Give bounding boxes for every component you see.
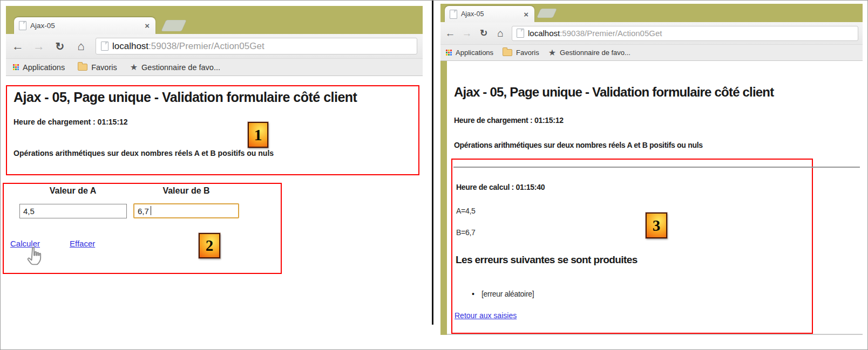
operations-text: Opérations arithmétiques sur deux nombre… xyxy=(454,141,703,149)
close-icon[interactable]: × xyxy=(144,22,151,30)
star-icon: ★ xyxy=(130,63,138,72)
page-icon xyxy=(101,42,109,51)
close-icon[interactable]: × xyxy=(523,10,530,18)
reload-icon[interactable]: ↻ xyxy=(53,41,66,52)
horizontal-rule xyxy=(453,167,860,168)
left-url-bar[interactable]: localhost:59038/Premier/Action05Get xyxy=(96,38,417,54)
new-tab-button[interactable] xyxy=(537,9,557,18)
bookmark-gestionnaire[interactable]: ★ Gestionnaire de favo... xyxy=(548,49,630,57)
back-icon[interactable]: ← xyxy=(445,28,456,38)
bookmark-favoris[interactable]: Favoris xyxy=(78,63,117,72)
forward-icon[interactable]: → xyxy=(32,40,45,52)
right-page-content: Ajax - 05, Page unique - Validation form… xyxy=(447,61,863,335)
left-tab[interactable]: Ajax-05 × xyxy=(14,17,155,34)
screenshot-divider xyxy=(432,1,433,325)
right-url-bar[interactable]: localhost:59038/Premier/Action05Get xyxy=(512,26,858,41)
bookmark-label: Applications xyxy=(23,63,65,72)
url-host: localhost xyxy=(528,29,560,38)
error-list-item: [erreur aléatoire] xyxy=(482,290,534,298)
page-icon xyxy=(517,29,524,38)
bookmark-gestionnaire[interactable]: ★ Gestionnaire de favo... xyxy=(130,63,220,72)
page-icon xyxy=(19,21,26,30)
left-titlebar: Ajax-05 × xyxy=(6,6,423,34)
screenshot-canvas: Ajax-05 × ← → ↻ ⌂ localhost:59038/Premie… xyxy=(0,0,868,350)
bookmark-label: Gestionnaire de favo... xyxy=(560,49,630,57)
right-bookmarks-bar: Applications Favoris ★ Gestionnaire de f… xyxy=(440,45,863,61)
annotation-badge-1: 1 xyxy=(248,122,268,148)
load-time-text: Heure de chargement : 01:15:12 xyxy=(13,118,128,126)
label-valeur-a: Valeur de A xyxy=(19,186,126,196)
right-toolbar: ← → ↻ ⌂ localhost:59038/Premier/Action05… xyxy=(440,22,863,45)
bookmark-applications[interactable]: Applications xyxy=(446,49,493,57)
left-toolbar: ← → ↻ ⌂ localhost:59038/Premier/Action05… xyxy=(6,34,423,59)
folder-icon xyxy=(503,49,512,56)
bookmark-favoris[interactable]: Favoris xyxy=(503,49,539,57)
annotation-badge-2: 2 xyxy=(199,233,220,258)
url-path: :59038/Premier/Action05Get xyxy=(560,29,662,38)
left-page-content: Ajax - 05, Page unique - Validation form… xyxy=(6,77,423,350)
browser-window-left: Ajax-05 × ← → ↻ ⌂ localhost:59038/Premie… xyxy=(6,6,423,350)
bookmark-applications[interactable]: Applications xyxy=(13,63,65,72)
input-valeur-a[interactable] xyxy=(19,204,127,218)
retour-link[interactable]: Retour aux saisies xyxy=(455,311,517,320)
home-icon[interactable]: ⌂ xyxy=(74,40,87,52)
value-a-text: A=4,5 xyxy=(456,207,475,215)
home-icon[interactable]: ⌂ xyxy=(495,28,506,38)
load-time-text: Heure de chargement : 01:15:12 xyxy=(454,116,564,125)
url-path: :59038/Premier/Action05Get xyxy=(148,41,265,51)
forward-icon[interactable]: → xyxy=(462,28,472,38)
reload-icon[interactable]: ↻ xyxy=(478,29,489,38)
effacer-link[interactable]: Effacer xyxy=(70,239,95,248)
tab-title: Ajax-05 xyxy=(461,10,523,18)
text-caret xyxy=(151,206,151,215)
bookmark-label: Gestionnaire de favo... xyxy=(141,63,220,72)
page-title: Ajax - 05, Page unique - Validation form… xyxy=(13,90,357,105)
operations-text: Opérations arithmétiques sur deux nombre… xyxy=(13,149,274,157)
apps-grid-icon xyxy=(13,64,19,70)
star-icon: ★ xyxy=(548,49,556,57)
bullet-icon: • xyxy=(472,290,474,298)
right-tab[interactable]: Ajax-05 × xyxy=(445,6,534,22)
new-tab-button[interactable] xyxy=(161,20,186,31)
bookmark-label: Applications xyxy=(456,49,493,57)
annotation-badge-3: 3 xyxy=(646,212,667,238)
hand-cursor-icon xyxy=(24,245,46,268)
url-host: localhost xyxy=(112,41,148,51)
page-icon xyxy=(450,10,457,19)
value-b-text: B=6,7 xyxy=(456,228,475,237)
back-icon[interactable]: ← xyxy=(11,40,24,52)
bookmark-label: Favoris xyxy=(91,63,117,72)
label-valeur-b: Valeur de B xyxy=(133,186,239,196)
browser-window-right: Ajax-05 × ← → ↻ ⌂ localhost:59038/Premie… xyxy=(440,4,863,335)
folder-icon xyxy=(78,64,87,71)
apps-grid-icon xyxy=(446,50,452,56)
bookmark-label: Favoris xyxy=(516,49,539,57)
calc-time-text: Heure de calcul : 01:15:40 xyxy=(456,183,545,191)
errors-heading: Les erreurs suivantes se sont produites xyxy=(456,254,638,266)
right-titlebar: Ajax-05 × xyxy=(440,4,863,22)
left-bookmarks-bar: Applications Favoris ★ Gestionnaire de f… xyxy=(6,59,423,76)
tab-title: Ajax-05 xyxy=(30,22,144,30)
input-valeur-b[interactable] xyxy=(133,203,239,218)
page-title: Ajax - 05, Page unique - Validation form… xyxy=(454,85,774,100)
